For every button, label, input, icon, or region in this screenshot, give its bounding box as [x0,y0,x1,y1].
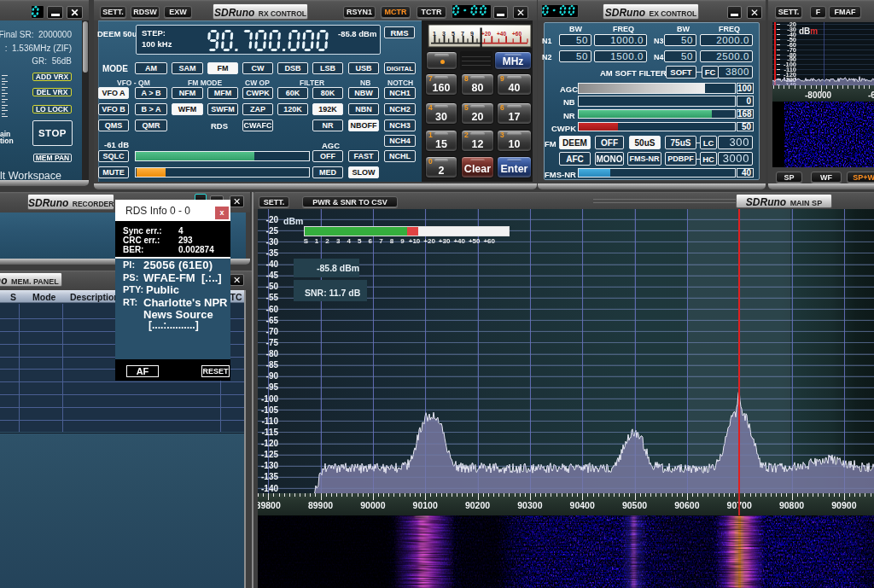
svg-text:+20: +20 [481,31,491,37]
svg-text:+40: +40 [497,31,506,37]
svg-text:+60: +60 [512,31,521,37]
